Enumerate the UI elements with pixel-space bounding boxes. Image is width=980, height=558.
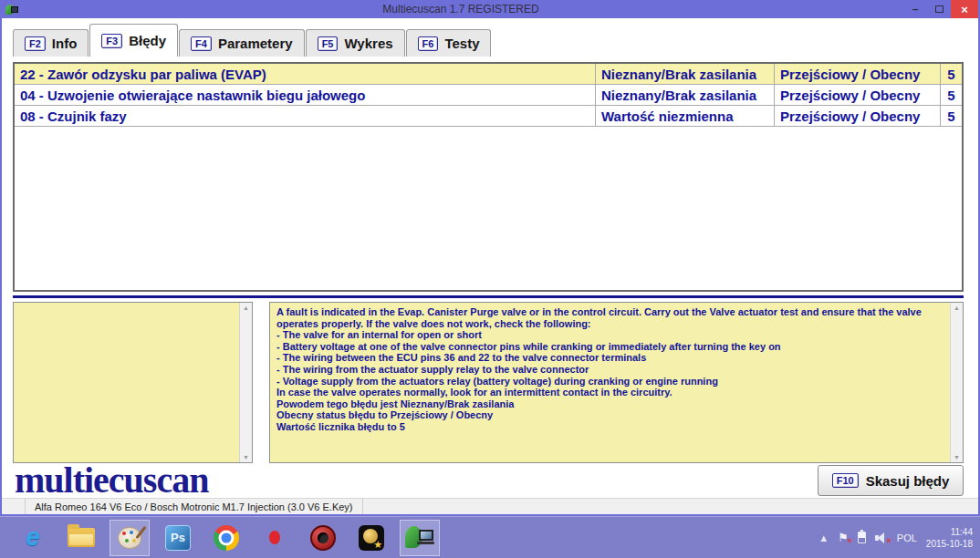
section-divider [13,295,964,298]
opera-icon[interactable] [255,520,295,556]
f6-key-badge: F6 [418,36,439,51]
multiecuscan-logo: multiecuscan [15,462,208,499]
tab-testy[interactable]: F6 Testy [406,29,492,57]
fault-line: - The wiring between the ECU pins 36 and… [276,352,944,364]
status-bar: Alfa Romeo 164 V6 Eco / Bosch Motronic M… [2,498,978,514]
media-player-icon[interactable] [303,520,343,556]
fault-intro: A fault is indicated in the Evap. Canist… [276,306,944,329]
error-state: Przejściowy / Obecny [774,85,940,105]
scroll-down-icon[interactable]: ▼ [954,454,960,460]
status-cell-empty [2,499,26,514]
error-count: 5 [940,106,962,126]
fault-line: - Battery voltage at one of the valve co… [276,341,944,353]
f2-key-badge: F2 [25,36,46,51]
fault-line: Obecny status błędu to Przejściowy / Obe… [276,409,944,421]
minimize-button[interactable]: – [903,0,927,18]
error-row-04[interactable]: 04 - Uzwojenie otwierające nastawnik bie… [15,85,962,106]
error-status: Nieznany/Brak zasilania [595,85,774,105]
fault-line: Wartość licznika błędu to 5 [276,421,944,433]
clear-errors-button[interactable]: F10 Skasuj błędy [818,465,964,496]
volume-muted-icon[interactable]: × [875,532,888,543]
multiecuscan-window: Multiecuscan 1.7 REGISTERED – × F2 Info … [0,0,980,516]
detail-panels: ▲ ▼ A fault is indicated in the Evap. Ca… [13,302,964,463]
vehicle-status: Alfa Romeo 164 V6 Eco / Bosch Motronic M… [26,499,363,514]
freeze-frame-panel: ▲ ▼ [13,302,253,463]
error-count: 5 [940,85,962,105]
internet-explorer-icon[interactable]: e [13,520,53,556]
scroll-up-icon[interactable]: ▲ [243,305,249,311]
f10-key-badge: F10 [832,473,859,488]
fault-line: - Voltage supply from the actuators rela… [276,376,944,388]
tab-wykres[interactable]: F5 Wykres [306,29,405,57]
error-status: Wartość niezmienna [595,106,774,126]
error-status: Nieznany/Brak zasilania [595,64,774,84]
gold-globe-app-icon[interactable] [351,520,391,556]
system-tray: ▲ ⚑× × POL 11:44 2015-10-18 [818,526,973,550]
multiecuscan-taskbar-icon[interactable] [400,520,440,556]
error-table: 22 - Zawór odzysku par paliwa (EVAP) Nie… [13,62,964,292]
tab-bar: F2 Info F3 Błędy F4 Parametery F5 Wykres… [2,18,978,57]
error-row-22[interactable]: 22 - Zawór odzysku par paliwa (EVAP) Nie… [15,64,962,85]
f3-key-badge: F3 [101,34,122,48]
restore-button[interactable] [927,0,951,18]
scroll-up-icon[interactable]: ▲ [954,305,960,311]
freeze-frame-content [14,303,239,462]
error-count: 5 [940,64,962,84]
fault-line: - The valve for an internal for open or … [276,329,944,341]
action-center-flag-icon[interactable]: ⚑× [838,532,849,543]
close-button[interactable]: × [951,0,978,18]
paint-icon[interactable] [109,520,150,556]
chrome-icon[interactable] [206,520,246,556]
fault-line: In case the valve operates normally, loo… [276,387,944,398]
language-indicator[interactable]: POL [897,532,917,543]
f4-key-badge: F4 [191,36,212,51]
fault-line: - The wiring from the actuator supply re… [276,364,944,376]
hidden-icons-arrow-icon[interactable]: ▲ [818,532,829,543]
fault-description-scrollbar[interactable]: ▲ ▼ [950,303,963,462]
app-icon [5,4,18,16]
titlebar: Multiecuscan 1.7 REGISTERED – × [2,0,978,18]
clock[interactable]: 11:44 2015-10-18 [926,526,973,550]
tab-bledy[interactable]: F3 Błędy [89,24,178,57]
f5-key-badge: F5 [318,36,339,51]
fault-description-panel: A fault is indicated in the Evap. Canist… [269,302,964,463]
error-description: 08 - Czujnik fazy [15,106,595,126]
footer: multiecuscan F10 Skasuj błędy [2,463,978,498]
freeze-frame-scrollbar[interactable]: ▲ ▼ [239,303,252,462]
file-explorer-icon[interactable] [61,520,101,556]
battery-icon[interactable] [858,532,866,543]
clock-date: 2015-10-18 [926,538,973,550]
restore-icon [935,5,944,13]
error-row-08[interactable]: 08 - Czujnik fazy Wartość niezmienna Prz… [15,106,962,127]
error-state: Przejściowy / Obecny [774,64,940,84]
taskbar-icons: e Ps [13,520,818,556]
clock-time: 11:44 [926,526,973,538]
tab-info[interactable]: F2 Info [13,29,89,57]
error-description: 22 - Zawór odzysku par paliwa (EVAP) [15,64,595,84]
photoshop-icon[interactable]: Ps [158,520,198,556]
tab-parametery[interactable]: F4 Parametery [179,29,305,57]
error-description: 04 - Uzwojenie otwierające nastawnik bie… [15,85,595,105]
scroll-down-icon[interactable]: ▼ [243,454,249,460]
fault-description-text: A fault is indicated in the Evap. Canist… [270,303,950,462]
fault-line: Powodem tego błędu jest Nieznany/Brak za… [276,398,944,410]
error-state: Przejściowy / Obecny [774,106,940,126]
window-title: Multiecuscan 1.7 REGISTERED [18,3,903,16]
taskbar: e Ps ▲ ⚑× × POL 11:44 2015-10-18 [0,516,980,558]
